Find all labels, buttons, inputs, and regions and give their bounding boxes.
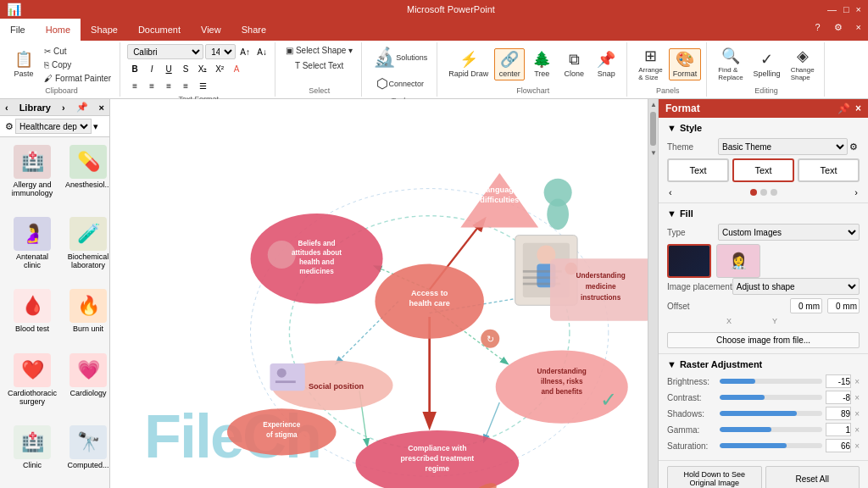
format-pin-icon[interactable]: 📌 <box>837 103 850 114</box>
shadows-x-btn[interactable]: × <box>854 409 860 419</box>
fill-thumb-2[interactable]: 👩‍⚕️ <box>716 244 760 278</box>
tab-view[interactable]: View <box>191 19 231 41</box>
align-right-button[interactable]: ≡ <box>161 78 176 93</box>
chain-button[interactable]: 🔗 center <box>494 48 525 80</box>
clone-button[interactable]: ⧉ Clone <box>559 48 589 80</box>
library-item-biochemical[interactable]: 🧪 Biochemical laboratory <box>63 214 109 283</box>
saturation-x-btn[interactable]: × <box>854 441 860 451</box>
library-item-cardiothoracic[interactable]: ❤️ Cardiothoracic surgery <box>5 351 59 419</box>
font-shrink-button[interactable]: A↓ <box>254 44 270 59</box>
offset-y-input[interactable] <box>827 298 860 313</box>
tree-button[interactable]: 🌲 Tree <box>526 48 557 80</box>
win-controls[interactable]: — □ × <box>827 4 861 14</box>
library-item-anesthesiology[interactable]: 💊 Anesthesiol... <box>63 142 109 211</box>
library-nav-right[interactable]: › <box>62 103 65 113</box>
align-center-button[interactable]: ≡ <box>144 78 159 93</box>
brightness-x-btn[interactable]: × <box>854 377 860 386</box>
tab-home[interactable]: Home <box>36 19 81 41</box>
arrange-size-button[interactable]: ⊞ Arrange& Size <box>634 45 666 84</box>
subscript-button[interactable]: X₂ <box>195 61 210 76</box>
italic-button[interactable]: I <box>144 61 159 76</box>
bold-button[interactable]: B <box>127 61 142 76</box>
library-item-antenatal[interactable]: 🤰 Antenatal clinic <box>5 214 59 283</box>
offset-x-input[interactable] <box>790 298 822 313</box>
ribbon-close[interactable]: × <box>849 19 868 41</box>
font-family-select[interactable]: Calibri <box>127 44 203 59</box>
brightness-track[interactable] <box>720 379 822 384</box>
canvas-scrollbar[interactable]: ▲ ▼ <box>648 99 658 488</box>
shadows-value[interactable] <box>826 407 851 420</box>
copy-button[interactable]: ⎘ Copy <box>41 58 114 71</box>
library-item-burn[interactable]: 🔥 Burn unit <box>63 286 109 347</box>
library-item-allergy[interactable]: 🏥 Allergy and immunology <box>5 142 59 211</box>
tab-file[interactable]: File <box>0 19 36 41</box>
strikethrough-button[interactable]: S <box>178 61 193 76</box>
format-painter-button[interactable]: 🖌 Format Painter <box>41 72 114 85</box>
align-left-button[interactable]: ≡ <box>127 78 142 93</box>
underline-button[interactable]: U <box>161 61 176 76</box>
library-item-cardiology[interactable]: 💗 Cardiology <box>63 351 109 419</box>
library-close[interactable]: × <box>99 103 104 113</box>
theme-text-btn-3[interactable]: Text <box>798 158 860 182</box>
library-gear-icon[interactable]: ⚙ <box>5 121 14 132</box>
style-section-title[interactable]: ▼ Style <box>667 123 860 133</box>
format-close-icon[interactable]: × <box>855 103 861 114</box>
gamma-x-btn[interactable]: × <box>854 425 860 435</box>
font-size-select[interactable]: 14 <box>205 44 236 59</box>
saturation-value[interactable] <box>826 439 851 452</box>
rapid-draw-button[interactable]: ⚡ Rapid Draw <box>444 48 492 80</box>
fill-thumb-1[interactable] <box>667 244 711 278</box>
solutions-button[interactable]: 🔬 Solutions <box>369 44 431 71</box>
theme-settings-icon[interactable]: ⚙ <box>848 140 860 154</box>
contrast-track[interactable] <box>720 395 822 400</box>
canvas-area[interactable]: FileCh <box>110 99 648 488</box>
connector-button[interactable]: ⬡ Connector <box>372 73 428 94</box>
fill-section-title[interactable]: ▼ Fill <box>667 208 860 219</box>
ribbon-help[interactable]: ? <box>808 19 826 41</box>
maximize-btn[interactable]: □ <box>843 4 849 14</box>
change-shape-button[interactable]: ◈ ChangeShape <box>787 45 819 84</box>
theme-prev-icon[interactable]: ‹ <box>669 187 672 197</box>
theme-select[interactable]: Basic Theme <box>718 138 848 155</box>
snap-button[interactable]: 📌 Snap <box>591 48 621 80</box>
paste-button[interactable]: 📋 Paste <box>8 48 39 80</box>
minimize-btn[interactable]: — <box>827 4 837 14</box>
cut-button[interactable]: ✂ Cut <box>41 45 114 58</box>
select-text-button[interactable]: T Select Text <box>292 59 347 72</box>
fill-type-select[interactable]: Custom Images <box>718 224 860 241</box>
library-nav-left[interactable]: ‹ <box>5 103 8 113</box>
library-item-computed[interactable]: 🔭 Computed... <box>63 423 109 483</box>
gamma-value[interactable] <box>826 423 851 436</box>
spelling-button[interactable]: ✓ Spelling <box>749 48 785 80</box>
raster-section-title[interactable]: ▼ Raster Adjustment <box>667 359 860 369</box>
library-item-blood[interactable]: 🩸 Blood test <box>5 286 59 347</box>
close-btn[interactable]: × <box>856 4 861 14</box>
theme-next-icon[interactable]: › <box>854 187 858 197</box>
hold-original-button[interactable]: Hold Down to See Original Image <box>667 466 762 488</box>
shadows-track[interactable] <box>720 411 822 416</box>
contrast-x-btn[interactable]: × <box>854 393 860 402</box>
library-pin[interactable]: 📌 <box>76 102 88 113</box>
ribbon-settings[interactable]: ⚙ <box>827 19 849 41</box>
reset-all-button[interactable]: Reset All <box>765 466 860 488</box>
tab-share[interactable]: Share <box>231 19 276 41</box>
tab-document[interactable]: Document <box>128 19 191 41</box>
gamma-track[interactable] <box>720 427 822 432</box>
library-category-select[interactable]: Healthcare depar... <box>15 119 92 134</box>
theme-text-btn-2[interactable]: Text <box>732 158 794 182</box>
justify-button[interactable]: ≡ <box>178 78 193 93</box>
font-color-button[interactable]: A <box>229 61 244 76</box>
diagram-svg[interactable]: Language difficulties Beliefs and attitu… <box>110 99 648 488</box>
tab-shape[interactable]: Shape <box>81 19 128 41</box>
scroll-thumb[interactable] <box>650 112 656 146</box>
font-grow-button[interactable]: A↑ <box>237 44 253 59</box>
scroll-down-arrow[interactable]: ▼ <box>648 147 658 158</box>
saturation-track[interactable] <box>720 443 822 448</box>
select-shape-button[interactable]: ▣ Select Shape ▾ <box>282 44 356 57</box>
find-replace-button[interactable]: 🔍 Find &Replace <box>714 45 747 84</box>
list-button[interactable]: ☰ <box>195 78 210 93</box>
image-placement-select[interactable]: Adjust to shape <box>732 278 860 295</box>
scroll-up-arrow[interactable]: ▲ <box>648 99 658 110</box>
brightness-value[interactable] <box>826 374 851 388</box>
contrast-value[interactable] <box>826 391 851 404</box>
